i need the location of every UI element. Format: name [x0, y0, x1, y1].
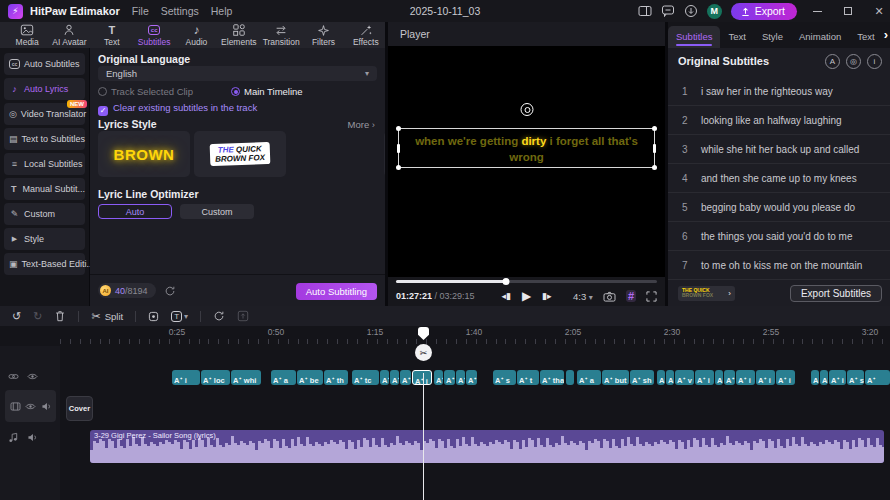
- subtitle-row[interactable]: 5begging baby would you please do: [668, 193, 890, 222]
- resize-handle-br[interactable]: [652, 165, 657, 170]
- subtitle-clip[interactable]: A✦ th: [324, 370, 348, 385]
- export-subtitles-button[interactable]: Export Subtitles: [790, 285, 882, 302]
- user-avatar[interactable]: M: [707, 4, 722, 19]
- subtitle-clip[interactable]: A✦ i: [829, 370, 846, 385]
- sidebar-item-text-to-subtitles[interactable]: ▤Text to Subtitles: [4, 128, 85, 150]
- subtitle-clip[interactable]: A✦ a: [271, 370, 296, 385]
- subtitle-text[interactable]: while she hit her back up and called: [701, 144, 859, 155]
- auto-translate-icon[interactable]: A: [825, 54, 840, 69]
- prev-frame-button[interactable]: ◂▮: [501, 291, 510, 301]
- menu-help[interactable]: Help: [211, 5, 233, 17]
- redo-icon[interactable]: ↻: [33, 310, 42, 323]
- subtitle-clip[interactable]: A✦ but: [602, 370, 629, 385]
- delete-icon[interactable]: [54, 310, 66, 322]
- next-frame-button[interactable]: ▮▸: [542, 291, 551, 301]
- rotate-handle[interactable]: [520, 103, 533, 116]
- subtitle-text[interactable]: the things you said you'd do to me: [701, 231, 852, 242]
- maximize-button[interactable]: [837, 5, 859, 17]
- subtitle-clip[interactable]: A✦: [434, 370, 443, 385]
- progress-knob[interactable]: [502, 278, 509, 285]
- current-style-chip[interactable]: THE QUICKBROWN FOX ›: [678, 286, 735, 301]
- subtitle-row[interactable]: 6the things you said you'd do to me: [668, 222, 890, 251]
- subtitle-clip[interactable]: A✦ s: [493, 370, 516, 385]
- sidebar-item-local-subtitles[interactable]: ≡Local Subtitles: [4, 153, 85, 175]
- sidebar-item-auto-lyrics[interactable]: ♪Auto Lyrics: [4, 78, 85, 100]
- subtitle-clip[interactable]: A✦: [715, 370, 723, 385]
- optimizer-auto-button[interactable]: Auto: [98, 204, 172, 219]
- layout-panel-icon[interactable]: [638, 5, 652, 17]
- subtitle-clip[interactable]: A✦: [444, 370, 455, 385]
- subtitle-clip[interactable]: A✦: [865, 370, 890, 385]
- sidebar-item-text-based-editing[interactable]: ▣Text-Based Editi...: [4, 253, 85, 275]
- subtitle-clip[interactable]: A✦: [811, 370, 819, 385]
- ribbon-item-text[interactable]: TText: [93, 22, 131, 48]
- settings-gear-icon[interactable]: ◎: [846, 54, 861, 69]
- subtitle-clip[interactable]: A✦: [657, 370, 665, 385]
- tab-animation[interactable]: Animation: [791, 26, 849, 48]
- subtitle-clip[interactable]: A✦ t: [517, 370, 539, 385]
- radio-track-selected-clip[interactable]: Track Selected Clip: [98, 86, 193, 97]
- resize-handle-bl[interactable]: [396, 165, 401, 170]
- subtitle-text[interactable]: and then she came up to my knees: [701, 173, 857, 184]
- play-button[interactable]: ▶: [522, 289, 531, 303]
- close-button[interactable]: ✕: [868, 5, 890, 18]
- subtitle-clip[interactable]: A✦ i: [756, 370, 775, 385]
- sidebar-item-auto-subtitles[interactable]: ccAuto Subtitles: [4, 53, 85, 75]
- snapshot-icon[interactable]: [603, 291, 616, 302]
- sidebar-item-video-translator[interactable]: ◎Video TranslatorNEW: [4, 103, 85, 125]
- ribbon-item-effects[interactable]: Effects: [347, 22, 385, 48]
- grid-overlay-icon[interactable]: #: [626, 290, 636, 302]
- timeline-ruler[interactable]: 0:250:501:151:402:052:302:553:20: [0, 326, 890, 346]
- clear-subtitles-checkbox[interactable]: ✓Clear existing subtitles in the track: [98, 102, 257, 116]
- minimize-button[interactable]: [806, 5, 828, 17]
- sidebar-item-manual-subtitles[interactable]: TManual Subtit...: [4, 178, 85, 200]
- resize-handle-tl[interactable]: [396, 126, 401, 131]
- subtitle-clip[interactable]: A✦: [380, 370, 389, 385]
- subtitle-row[interactable]: 7to me oh to kiss me on the mountain: [668, 251, 890, 280]
- subtitle-clip-selected[interactable]: A✦ i: [412, 370, 432, 385]
- optimizer-custom-button[interactable]: Custom: [180, 204, 254, 219]
- split-label[interactable]: Split: [105, 311, 123, 322]
- subtitle-clip[interactable]: A✦: [724, 370, 735, 385]
- subtitle-clip[interactable]: A✦: [466, 370, 477, 385]
- subtitle-row[interactable]: 1i saw her in the righteous way: [668, 77, 890, 106]
- more-styles-link[interactable]: More: [348, 119, 375, 130]
- subtitle-text[interactable]: begging baby would you please do: [701, 202, 855, 213]
- download-icon[interactable]: [684, 4, 698, 18]
- subtitle-text[interactable]: i saw her in the righteous way: [701, 86, 833, 97]
- fullscreen-icon[interactable]: [646, 291, 657, 302]
- subtitle-clip[interactable]: A✦ i: [172, 370, 200, 385]
- subtitle-text[interactable]: to me oh to kiss me on the mountain: [701, 260, 862, 271]
- subtitle-clip[interactable]: A✦ i: [736, 370, 755, 385]
- cover-clip[interactable]: Cover: [66, 396, 93, 421]
- aspect-ratio-select[interactable]: 4:3 ▾: [573, 291, 593, 302]
- audio-clip[interactable]: [90, 430, 884, 463]
- subtitle-clip[interactable]: [566, 370, 574, 385]
- audio-track-sound-icon[interactable]: [27, 432, 38, 443]
- subtitle-clip[interactable]: A✦ loc: [201, 370, 230, 385]
- subtitle-clip[interactable]: A✦ v: [675, 370, 694, 385]
- text-tool-icon[interactable]: T▾: [171, 311, 188, 322]
- subtitle-clip[interactable]: A✦ i: [695, 370, 714, 385]
- auto-subtitling-button[interactable]: Auto Subtitling: [296, 283, 377, 300]
- lyrics-style-card-brown[interactable]: BROWN: [98, 131, 190, 177]
- info-icon[interactable]: i: [867, 54, 882, 69]
- lyrics-style-card-quick-brown-fox[interactable]: THE QUICKBROWN FOX: [194, 131, 286, 177]
- subtitle-row[interactable]: 3while she hit her back up and called: [668, 135, 890, 164]
- export-button[interactable]: Export: [731, 3, 797, 20]
- ribbon-item-media[interactable]: Media: [8, 22, 46, 48]
- subtitle-clip[interactable]: A✦ tha: [540, 370, 564, 385]
- sidebar-item-style[interactable]: ▶Style: [4, 228, 85, 250]
- sidebar-item-custom[interactable]: ✎Custom: [4, 203, 85, 225]
- subtitle-clip[interactable]: A✦ s: [847, 370, 864, 385]
- video-track-header[interactable]: [5, 390, 56, 422]
- undo-icon[interactable]: ↺: [12, 310, 21, 323]
- subtitle-row[interactable]: 2looking like an halfway laughing: [668, 106, 890, 135]
- subtitle-text[interactable]: looking like an halfway laughing: [701, 115, 842, 126]
- subtitle-clip[interactable]: A✦ tc: [352, 370, 379, 385]
- menu-file[interactable]: File: [132, 5, 149, 17]
- radio-main-timeline[interactable]: Main Timeline: [231, 86, 303, 97]
- ribbon-item-elements[interactable]: Elements: [220, 22, 258, 48]
- video-preview[interactable]: when we're getting dirty i forget all th…: [388, 46, 665, 277]
- video-track-eye-icon[interactable]: [25, 402, 36, 411]
